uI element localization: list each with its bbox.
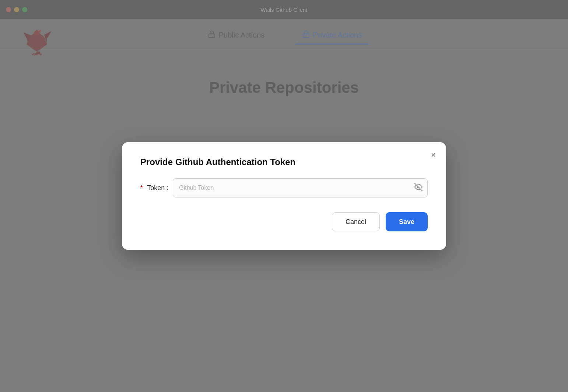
required-indicator: * xyxy=(140,185,143,191)
token-form-row: * Token : xyxy=(140,178,428,197)
auth-modal: × Provide Github Authentication Token * … xyxy=(122,142,446,250)
modal-close-button[interactable]: × xyxy=(429,150,437,161)
eye-off-icon xyxy=(414,183,423,191)
token-label: Token : xyxy=(147,184,168,192)
token-input[interactable] xyxy=(173,178,428,197)
token-input-wrapper xyxy=(173,178,428,197)
toggle-visibility-button[interactable] xyxy=(414,183,423,193)
cancel-button[interactable]: Cancel xyxy=(332,212,380,231)
save-button[interactable]: Save xyxy=(386,212,428,231)
modal-title: Provide Github Authentication Token xyxy=(140,157,428,167)
modal-actions: Cancel Save xyxy=(140,212,428,231)
modal-overlay: × Provide Github Authentication Token * … xyxy=(0,0,568,392)
